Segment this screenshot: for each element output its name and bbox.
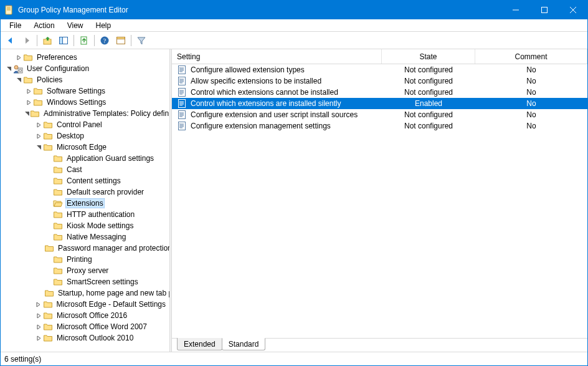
folder-icon [23,75,33,85]
setting-row[interactable]: Configure extension and user script inst… [172,109,587,120]
tree-item-defsearch[interactable]: Default search provider [1,186,169,198]
tree-item-label: Administrative Templates: Policy definit… [42,109,169,118]
chevron-right-icon[interactable] [34,132,43,140]
tree-item-cpanel[interactable]: Control Panel [1,119,169,130]
svg-rect-37 [179,79,180,79]
tree-item-off2016[interactable]: Microsoft Office 2016 [1,310,169,321]
tree-item-pwmgr[interactable]: Password manager and protection [1,243,169,254]
svg-rect-58 [179,105,180,105]
tree-item-httpauth[interactable]: HTTP authentication [1,209,169,220]
folder-icon [53,153,63,163]
setting-row[interactable]: Allow specific extensions to be installe… [172,75,587,87]
list-header: Setting State Comment [172,49,587,64]
column-comment[interactable]: Comment [475,49,587,64]
chevron-right-icon[interactable] [34,120,43,129]
folder-icon [53,277,63,287]
folder-icon [43,311,53,320]
tree-item-softset[interactable]: Software Settings [1,85,169,97]
folder-icon [30,108,40,118]
tree-item-word2007[interactable]: Microsoft Office Word 2007 [1,321,169,332]
setting-row[interactable]: Control which extensions are installed s… [172,98,587,109]
menu-file[interactable]: File [4,21,26,31]
policy-icon [177,99,187,108]
details-pane: Setting State Comment Configure allowed … [172,49,587,352]
tree-item-label: Printing [65,255,93,264]
twisty-none [44,233,53,241]
setting-row[interactable]: Configure allowed extension typesNot con… [172,64,587,75]
up-button[interactable] [40,33,55,48]
tab-standard[interactable]: Standard [222,338,266,350]
tree-item-preferences[interactable]: Preferences [1,52,169,63]
maximize-button[interactable] [530,1,559,19]
column-setting[interactable]: Setting [172,49,382,64]
tree-item-label: Cast [65,165,83,174]
chevron-right-icon[interactable] [34,300,43,309]
tree-item-msedge[interactable]: Microsoft Edge [1,142,169,153]
tree-item-label: Software Settings [45,87,107,95]
tree-item-edgedef[interactable]: Microsoft Edge - Default Settings [1,299,169,310]
menu-view[interactable]: View [62,21,88,31]
tree-item-contentset[interactable]: Content settings [1,175,169,186]
setting-row[interactable]: Control which extensions cannot be insta… [172,87,587,98]
tree-item-label: Default search provider [65,188,145,196]
svg-rect-6 [9,5,10,6]
close-button[interactable] [559,1,587,19]
tree-item-label: HTTP authentication [65,210,136,219]
settings-list[interactable]: Configure allowed extension typesNot con… [172,64,587,338]
column-state[interactable]: State [382,49,475,64]
chevron-down-icon[interactable] [24,109,30,118]
tree-item-extensions[interactable]: Extensions [1,198,169,209]
back-button[interactable] [3,33,18,48]
menu-action[interactable]: Action [29,21,59,31]
policy-icon [177,76,187,86]
tree-item-cast[interactable]: Cast [1,164,169,175]
folder-icon [44,288,54,298]
chevron-right-icon[interactable] [14,53,23,62]
tree-item-proxy[interactable]: Proxy server [1,265,169,276]
export-button[interactable] [77,33,92,48]
forward-button[interactable] [19,33,34,48]
policy-icon [177,121,187,131]
chevron-right-icon[interactable] [24,87,33,95]
policy-icon [177,65,187,75]
tree-item-native[interactable]: Native Messaging [1,231,169,243]
tree-item-policies[interactable]: Policies [1,74,169,85]
chevron-right-icon[interactable] [34,311,43,320]
tree-item-appguard[interactable]: Application Guard settings [1,153,169,164]
chevron-down-icon[interactable] [4,64,13,73]
setting-comment: No [475,77,587,85]
menu-help[interactable]: Help [91,21,116,31]
tree-item-winset[interactable]: Windows Settings [1,97,169,108]
chevron-right-icon[interactable] [24,98,33,107]
tree-item-outlook2010[interactable]: Microsoft Outlook 2010 [1,332,169,344]
properties-button[interactable] [113,33,128,48]
chevron-right-icon[interactable] [34,322,43,331]
svg-rect-30 [179,70,180,70]
tree-item-admtmpl[interactable]: Administrative Templates: Policy definit… [1,108,169,119]
tab-extended[interactable]: Extended [177,338,222,350]
tree-item-startup[interactable]: Startup, home page and new tab page [1,287,169,299]
folder-icon [43,299,53,309]
folder-icon [53,176,63,186]
tree-item-desktop[interactable]: Desktop [1,130,169,142]
help-button[interactable]: ? [97,33,112,48]
minimize-button[interactable] [501,1,530,19]
tree-item-label: Control Panel [55,120,103,129]
tree-item-userconfig[interactable]: User Configuration [1,63,169,74]
window-title: Group Policy Management Editor [18,6,128,14]
filter-button[interactable] [134,33,149,48]
chevron-down-icon[interactable] [34,143,43,152]
tree-item-label: Extensions [65,198,105,208]
chevron-right-icon[interactable] [34,334,43,342]
tree-item-smartscr[interactable]: SmartScreen settings [1,276,169,287]
tree-item-kiosk[interactable]: Kiosk Mode settings [1,220,169,231]
folder-icon [43,131,53,141]
chevron-down-icon[interactable] [14,75,23,84]
show-hide-tree-button[interactable] [56,33,71,48]
setting-row[interactable]: Configure extension management settingsN… [172,120,587,132]
twisty-none [44,277,53,286]
tree-pane[interactable]: PreferencesUser ConfigurationPoliciesSof… [1,49,169,352]
tree-item-printing[interactable]: Printing [1,254,169,265]
titlebar[interactable]: Group Policy Management Editor [1,1,587,19]
twisty-none [44,266,53,275]
